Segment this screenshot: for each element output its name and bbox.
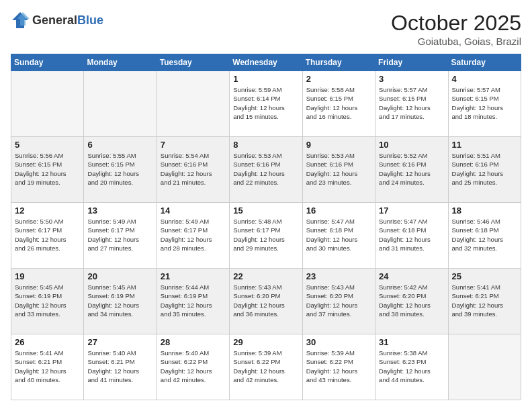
calendar-cell: 30Sunrise: 5:39 AM Sunset: 6:22 PM Dayli…: [302, 334, 375, 400]
logo-blue: Blue: [77, 13, 103, 27]
weekday-wednesday: Wednesday: [230, 54, 302, 71]
day-info: Sunrise: 5:51 AM Sunset: 6:16 PM Dayligh…: [452, 151, 517, 187]
logo: GeneralBlue: [11, 11, 103, 30]
day-info: Sunrise: 5:41 AM Sunset: 6:21 PM Dayligh…: [452, 283, 517, 318]
day-info: Sunrise: 5:39 AM Sunset: 6:22 PM Dayligh…: [233, 349, 298, 384]
calendar-cell: 18Sunrise: 5:46 AM Sunset: 6:18 PM Dayli…: [448, 203, 521, 269]
logo-icon: [11, 11, 30, 30]
day-number: 21: [161, 271, 226, 281]
logo-general: General: [32, 13, 77, 27]
day-number: 11: [452, 140, 517, 150]
day-info: Sunrise: 5:49 AM Sunset: 6:17 PM Dayligh…: [161, 217, 226, 253]
day-number: 13: [87, 205, 152, 216]
calendar-cell: 22Sunrise: 5:43 AM Sunset: 6:20 PM Dayli…: [230, 269, 302, 334]
day-number: 14: [161, 205, 226, 216]
day-info: Sunrise: 5:43 AM Sunset: 6:20 PM Dayligh…: [306, 283, 371, 318]
calendar-cell: 10Sunrise: 5:52 AM Sunset: 6:16 PM Dayli…: [375, 137, 448, 203]
day-number: 4: [452, 74, 517, 84]
day-info: Sunrise: 5:57 AM Sunset: 6:15 PM Dayligh…: [379, 85, 444, 121]
day-info: Sunrise: 5:56 AM Sunset: 6:15 PM Dayligh…: [15, 151, 80, 187]
calendar-cell: 25Sunrise: 5:41 AM Sunset: 6:21 PM Dayli…: [448, 269, 521, 334]
day-number: 6: [87, 140, 152, 150]
day-info: Sunrise: 5:52 AM Sunset: 6:16 PM Dayligh…: [379, 151, 444, 187]
weekday-saturday: Saturday: [448, 54, 521, 71]
calendar-cell: 5Sunrise: 5:56 AM Sunset: 6:15 PM Daylig…: [11, 137, 84, 203]
day-info: Sunrise: 5:53 AM Sunset: 6:16 PM Dayligh…: [306, 151, 371, 187]
weekday-monday: Monday: [84, 54, 157, 71]
calendar-cell: 7Sunrise: 5:54 AM Sunset: 6:16 PM Daylig…: [157, 137, 229, 203]
day-info: Sunrise: 5:46 AM Sunset: 6:18 PM Dayligh…: [452, 217, 517, 253]
day-number: 29: [233, 337, 298, 347]
calendar-cell: 23Sunrise: 5:43 AM Sunset: 6:20 PM Dayli…: [302, 269, 375, 334]
calendar-cell: 6Sunrise: 5:55 AM Sunset: 6:15 PM Daylig…: [84, 137, 157, 203]
day-info: Sunrise: 5:58 AM Sunset: 6:15 PM Dayligh…: [306, 85, 371, 121]
weekday-friday: Friday: [375, 54, 448, 71]
day-number: 16: [306, 205, 371, 216]
day-info: Sunrise: 5:40 AM Sunset: 6:21 PM Dayligh…: [87, 349, 152, 384]
calendar-cell: 19Sunrise: 5:45 AM Sunset: 6:19 PM Dayli…: [11, 269, 84, 334]
day-number: 31: [379, 337, 444, 347]
day-info: Sunrise: 5:49 AM Sunset: 6:17 PM Dayligh…: [87, 217, 152, 253]
day-info: Sunrise: 5:39 AM Sunset: 6:22 PM Dayligh…: [306, 349, 371, 384]
day-number: 26: [15, 337, 80, 347]
calendar-week-0: 1Sunrise: 5:59 AM Sunset: 6:14 PM Daylig…: [11, 71, 521, 137]
day-info: Sunrise: 5:50 AM Sunset: 6:17 PM Dayligh…: [15, 217, 80, 253]
day-number: 17: [379, 205, 444, 216]
day-number: 25: [452, 271, 517, 281]
calendar-cell: 3Sunrise: 5:57 AM Sunset: 6:15 PM Daylig…: [375, 71, 448, 137]
title-area: October 2025 Goiatuba, Goias, Brazil: [391, 11, 521, 47]
calendar-cell: 14Sunrise: 5:49 AM Sunset: 6:17 PM Dayli…: [157, 203, 229, 269]
calendar-cell: 13Sunrise: 5:49 AM Sunset: 6:17 PM Dayli…: [84, 203, 157, 269]
day-info: Sunrise: 5:45 AM Sunset: 6:19 PM Dayligh…: [87, 283, 152, 318]
calendar-cell: 15Sunrise: 5:48 AM Sunset: 6:17 PM Dayli…: [230, 203, 302, 269]
day-info: Sunrise: 5:38 AM Sunset: 6:23 PM Dayligh…: [379, 349, 444, 384]
weekday-row: Sunday Monday Tuesday Wednesday Thursday…: [11, 54, 521, 71]
calendar-cell: 2Sunrise: 5:58 AM Sunset: 6:15 PM Daylig…: [302, 71, 375, 137]
calendar-cell: 17Sunrise: 5:47 AM Sunset: 6:18 PM Dayli…: [375, 203, 448, 269]
day-info: Sunrise: 5:55 AM Sunset: 6:15 PM Dayligh…: [87, 151, 152, 187]
day-number: 28: [161, 337, 226, 347]
day-number: 3: [379, 74, 444, 84]
day-number: 5: [15, 140, 80, 150]
calendar-cell: 29Sunrise: 5:39 AM Sunset: 6:22 PM Dayli…: [230, 334, 302, 400]
day-number: 12: [15, 205, 80, 216]
day-number: 30: [306, 337, 371, 347]
calendar-cell: 12Sunrise: 5:50 AM Sunset: 6:17 PM Dayli…: [11, 203, 84, 269]
calendar-cell: 31Sunrise: 5:38 AM Sunset: 6:23 PM Dayli…: [375, 334, 448, 400]
calendar-cell: 20Sunrise: 5:45 AM Sunset: 6:19 PM Dayli…: [84, 269, 157, 334]
day-info: Sunrise: 5:41 AM Sunset: 6:21 PM Dayligh…: [15, 349, 80, 384]
day-info: Sunrise: 5:44 AM Sunset: 6:19 PM Dayligh…: [161, 283, 226, 318]
page: GeneralBlue October 2025 Goiatuba, Goias…: [0, 0, 532, 411]
calendar-cell: 28Sunrise: 5:40 AM Sunset: 6:22 PM Dayli…: [157, 334, 229, 400]
day-number: 19: [15, 271, 80, 281]
calendar-header: Sunday Monday Tuesday Wednesday Thursday…: [11, 54, 521, 71]
calendar-cell: 26Sunrise: 5:41 AM Sunset: 6:21 PM Dayli…: [11, 334, 84, 400]
calendar-cell: [448, 334, 521, 400]
calendar-table: Sunday Monday Tuesday Wednesday Thursday…: [11, 54, 521, 400]
header: GeneralBlue October 2025 Goiatuba, Goias…: [11, 11, 521, 47]
day-number: 7: [161, 140, 226, 150]
day-number: 8: [233, 140, 298, 150]
location: Goiatuba, Goias, Brazil: [391, 36, 521, 47]
calendar-cell: 8Sunrise: 5:53 AM Sunset: 6:16 PM Daylig…: [230, 137, 302, 203]
weekday-tuesday: Tuesday: [157, 54, 229, 71]
day-number: 15: [233, 205, 298, 216]
day-number: 9: [306, 140, 371, 150]
day-info: Sunrise: 5:45 AM Sunset: 6:19 PM Dayligh…: [15, 283, 80, 318]
day-info: Sunrise: 5:47 AM Sunset: 6:18 PM Dayligh…: [379, 217, 444, 253]
logo-text: GeneralBlue: [32, 13, 103, 28]
calendar-cell: [157, 71, 229, 137]
day-info: Sunrise: 5:59 AM Sunset: 6:14 PM Dayligh…: [233, 85, 298, 121]
calendar-cell: [11, 71, 84, 137]
calendar-week-3: 19Sunrise: 5:45 AM Sunset: 6:19 PM Dayli…: [11, 269, 521, 334]
calendar-cell: 16Sunrise: 5:47 AM Sunset: 6:18 PM Dayli…: [302, 203, 375, 269]
calendar-cell: 11Sunrise: 5:51 AM Sunset: 6:16 PM Dayli…: [448, 137, 521, 203]
calendar-week-2: 12Sunrise: 5:50 AM Sunset: 6:17 PM Dayli…: [11, 203, 521, 269]
day-number: 2: [306, 74, 371, 84]
calendar-cell: 4Sunrise: 5:57 AM Sunset: 6:15 PM Daylig…: [448, 71, 521, 137]
calendar-cell: [84, 71, 157, 137]
calendar-cell: 9Sunrise: 5:53 AM Sunset: 6:16 PM Daylig…: [302, 137, 375, 203]
day-number: 18: [452, 205, 517, 216]
calendar-week-4: 26Sunrise: 5:41 AM Sunset: 6:21 PM Dayli…: [11, 334, 521, 400]
day-info: Sunrise: 5:47 AM Sunset: 6:18 PM Dayligh…: [306, 217, 371, 253]
